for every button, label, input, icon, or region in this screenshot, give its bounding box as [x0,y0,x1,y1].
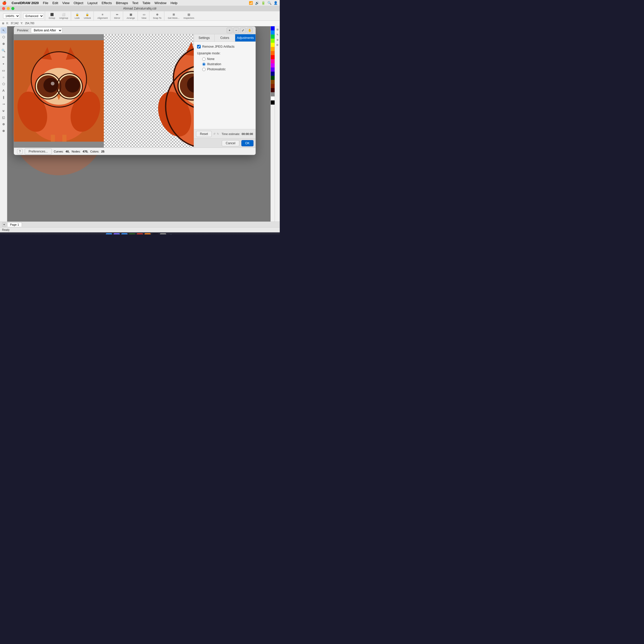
menu-window[interactable]: Window [155,1,166,5]
reset-button[interactable]: Reset [196,131,212,137]
settings-tab[interactable]: Settings [194,34,215,41]
palette-color-9[interactable] [271,63,275,67]
palette-color-18[interactable] [271,100,275,105]
view-button[interactable]: ▭ View [140,12,148,20]
cancel-button[interactable]: Cancel [222,140,239,146]
menu-effects[interactable]: Effects [101,1,112,5]
group-button[interactable]: ⬛ Group [47,12,57,20]
palette-color-1[interactable] [271,30,275,35]
dock-siri[interactable]: 🎵 [114,233,120,234]
palette-color-7[interactable] [271,55,275,59]
page-1-tab[interactable]: Page 1 [7,222,22,227]
alignment-button[interactable]: ≡ Alignment [96,12,109,20]
freehand-tool[interactable]: ✏ [1,54,7,60]
connector-tool[interactable]: ⊸ [1,101,7,107]
palette-color-11[interactable] [271,72,275,76]
palette-color-10[interactable] [271,67,275,72]
search-icon[interactable]: 🔍 [267,1,272,5]
redo-icon[interactable]: ↻ [217,132,219,135]
close-button[interactable] [2,7,5,10]
undo-icon[interactable]: ↺ [213,132,215,135]
eyedropper-tool[interactable]: ⊛ [1,121,7,127]
dock-safari[interactable]: 🧭 [121,233,128,234]
dock-trash[interactable]: 🗑️ [168,233,174,234]
zoom-tool[interactable]: 🔍 [1,47,7,54]
menu-view[interactable]: View [62,1,70,5]
menu-layout[interactable]: Layout [87,1,97,5]
colors-tab[interactable]: Colors [215,34,235,41]
zoom-in-button[interactable]: + [227,28,232,33]
palette-color-4[interactable] [271,43,275,47]
dock-app7[interactable]: 🚀 [152,233,158,234]
snap-to-button[interactable]: ⊕ Snap To [151,12,163,20]
arrange-button[interactable]: ▦ Arrange [125,12,137,20]
transform-inspector-icon[interactable]: ⊞ [275,27,279,31]
adjustments-tab[interactable]: Adjustments [235,34,256,41]
preview-mode-select[interactable]: Before and After [31,28,62,33]
palette-color-0[interactable] [271,26,275,30]
palette-color-2[interactable] [271,35,275,39]
user-icon[interactable]: 👤 [274,1,278,5]
palette-color-6[interactable] [271,51,275,55]
menu-text[interactable]: Text [132,1,138,5]
dock-finder[interactable]: 🔍 [106,233,112,234]
none-radio[interactable] [202,57,206,61]
help-button[interactable]: ? [17,149,23,154]
menu-object[interactable]: Object [74,1,83,5]
dock-app6[interactable]: f [145,233,151,234]
smart-draw-tool[interactable]: ⌖ [1,61,7,67]
palette-color-14[interactable] [271,84,275,88]
node-tool[interactable]: ⬡ [1,34,7,40]
polygon-tool[interactable]: ⬠ [1,81,7,87]
dock-app4[interactable]: ✏️ [129,233,135,234]
menu-edit[interactable]: Edit [52,1,58,5]
view-mode-select[interactable]: Enhanced [23,13,44,19]
menu-bitmaps[interactable]: Bitmaps [116,1,128,5]
menu-file[interactable]: File [43,1,48,5]
select-tool[interactable]: ↖ [1,27,7,33]
palette-color-17[interactable] [271,96,275,100]
blend-tool[interactable]: ⊎ [1,108,7,114]
zoom-select[interactable]: 1464% [3,13,20,19]
ok-button[interactable]: OK [241,140,253,146]
lock-button[interactable]: 🔒 Lock [73,12,81,20]
preview-canvas[interactable] [14,34,194,148]
mirror-button[interactable]: ⇔ Mirror [113,12,122,20]
get-more-button[interactable]: ⊞ Get More... [166,12,181,20]
remove-jpeg-checkbox[interactable] [197,45,201,48]
apple-logo-icon[interactable]: 🍎 [2,1,6,5]
add-page-button[interactable]: + [2,223,6,227]
text-tool[interactable]: A [1,88,7,94]
ungroup-button[interactable]: ⬜ Ungroup [58,12,70,20]
palette-color-16[interactable] [271,92,275,96]
inspectors-button[interactable]: ▤ Inspectors [182,12,196,20]
illustration-radio[interactable] [202,63,206,66]
menu-help[interactable]: Help [171,1,177,5]
text-inspector-icon[interactable]: ✎ [275,32,279,37]
palette-color-8[interactable] [271,59,275,63]
menu-table[interactable]: Table [142,1,150,5]
transparency-tool[interactable]: ◱ [1,114,7,121]
unlock-button[interactable]: 🔓 Unlock [82,12,93,20]
minimize-button[interactable] [7,7,10,10]
crop-tool[interactable]: ⊕ [1,41,7,47]
palette-color-15[interactable] [271,88,275,92]
canvas-area[interactable]: Preview: Before and After + − ⤢ ✋ [7,26,280,222]
preferences-button[interactable]: Preferences... [25,148,52,155]
dock-system-prefs[interactable]: ⚙️ [160,233,166,234]
zoom-pan-button[interactable]: ✋ [247,28,252,33]
parallel-dimension-tool[interactable]: ∥ [1,94,7,100]
palette-color-5[interactable] [271,47,275,51]
photorealistic-radio[interactable] [202,68,206,71]
interactive-fill-tool[interactable]: ⊗ [1,128,7,134]
palette-color-12[interactable] [271,76,275,80]
zoom-out-button[interactable]: − [233,28,239,33]
palette-color-3[interactable] [271,39,275,43]
ellipse-tool[interactable]: ○ [1,74,7,80]
maximize-button[interactable] [11,7,14,10]
tools-inspector-icon[interactable]: ⚙ [275,43,279,47]
rectangle-tool[interactable]: ▭ [1,67,7,74]
palette-color-13[interactable] [271,80,275,84]
dock-app5[interactable]: 🔴 [137,233,143,234]
zoom-fit-button[interactable]: ⤢ [240,28,246,33]
